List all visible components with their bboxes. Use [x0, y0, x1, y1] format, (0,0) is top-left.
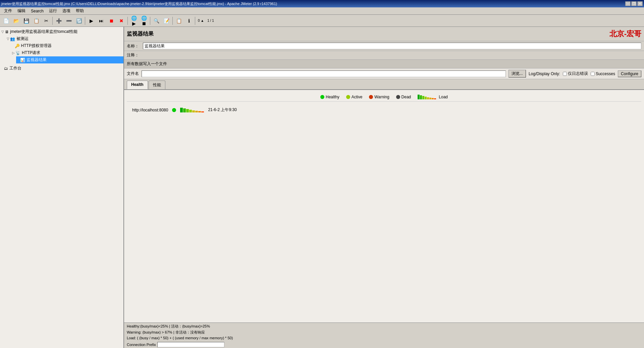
info-button[interactable]: ℹ — [184, 16, 194, 26]
server-url: http://localhost:8080 — [132, 108, 168, 112]
healthy-dot — [320, 95, 324, 99]
start-button[interactable]: ▶ — [87, 16, 96, 26]
save-button[interactable]: 💾 — [21, 16, 31, 26]
tree-item-thread-group[interactable]: ▽ 👥 被测运 — [5, 35, 123, 42]
healthy-label: Healthy — [326, 95, 339, 99]
menu-bar: 文件 编辑 Search 运行 选项 帮助 — [0, 7, 644, 15]
separator-3 — [127, 17, 128, 25]
warning-dot — [369, 95, 373, 99]
configure-button[interactable]: Configure — [618, 70, 641, 77]
tree-item-workbench[interactable]: 🗂 工作台 — [0, 65, 123, 72]
dead-dot — [396, 95, 400, 99]
legend-dead: Dead — [396, 95, 411, 99]
window-title: jmeter使用监视器结果监控tomcat性能.jmx (C:\Users\DE… — [1, 1, 277, 6]
minimize-button[interactable]: ─ — [625, 1, 631, 6]
brand-text: 北京-宏哥 — [609, 29, 641, 39]
log-display-row: Log/Display Only: 仅日志错误 Successes Config… — [529, 70, 641, 77]
menu-file[interactable]: 文件 — [1, 7, 15, 14]
connection-label: Connection Prefix — [127, 343, 156, 347]
tree-item-http-req[interactable]: ▷ 📡 HTTP请求 — [11, 49, 123, 56]
menu-run[interactable]: 运行 — [46, 7, 60, 14]
tree-label-req: HTTP请求 — [22, 50, 40, 56]
toolbar: 📄 📂 💾 📋 ✂ ➕ ➖ 🔃 ▶ ⏭ ⏹ ✖ 🌐▶ 🌐⏹ 🔍 📝 📋 ℹ 0 … — [0, 15, 644, 27]
tabs-bar: Health 性能 — [124, 79, 644, 90]
menu-help[interactable]: 帮助 — [73, 7, 87, 14]
menu-options[interactable]: 选项 — [60, 7, 73, 14]
close-button[interactable]: ✕ — [637, 1, 643, 6]
function-button[interactable]: 🔍 — [152, 16, 161, 26]
monitor-icon: 📊 — [20, 58, 25, 62]
clear-button[interactable]: 🔃 — [74, 16, 84, 26]
legend-bar: Healthy Active Warning Dead — [127, 93, 641, 102]
load-bar-5 — [427, 97, 429, 99]
status-bar: Healthy:(busy/max)<25% | 活动：(busy/max)>2… — [124, 322, 644, 348]
title-bar: jmeter使用监视器结果监控tomcat性能.jmx (C:\Users\DE… — [0, 0, 644, 7]
stop-button[interactable]: ⏹ — [107, 16, 116, 26]
srv-bar-4 — [189, 110, 192, 112]
log-display-label: Log/Display Only: — [529, 71, 560, 76]
tab-perf[interactable]: 性能 — [149, 81, 165, 89]
tree-label-root: jmeter使用监视器结果监控tomcat性能 — [10, 29, 77, 35]
tree-item-root[interactable]: ▽ 🖥 jmeter使用监视器结果监控tomcat性能 — [0, 28, 123, 35]
window-controls: ─ ❐ ✕ — [625, 1, 643, 6]
separator-4 — [150, 17, 150, 25]
successes-label[interactable]: Successes — [591, 71, 615, 76]
list-button[interactable]: 📋 — [174, 16, 183, 26]
error-badge: 0 ▲ — [198, 19, 204, 22]
remote-stop-button[interactable]: 🌐⏹ — [139, 16, 149, 26]
close-button2[interactable]: ✂ — [42, 16, 51, 26]
start-no-pause-button[interactable]: ⏭ — [97, 16, 106, 26]
tree-item-monitor[interactable]: 📊 监视器结果 — [16, 56, 123, 63]
expand-thread: ▽ — [7, 37, 9, 41]
load-bars-legend — [418, 95, 436, 99]
status-line-1: Healthy:(busy/max)<25% | 活动：(busy/max)>2… — [127, 324, 641, 330]
menu-search[interactable]: Search — [28, 8, 46, 14]
srv-bar-3 — [186, 109, 189, 112]
dead-label: Dead — [401, 95, 411, 99]
expand-monitor — [17, 58, 19, 62]
menu-edit[interactable]: 编辑 — [15, 7, 28, 14]
main-layout: ▽ 🖥 jmeter使用监视器结果监控tomcat性能 ▽ 👥 被测运 🔑 HT… — [0, 27, 644, 348]
expand-req: ▷ — [12, 51, 15, 55]
legend-active: Active — [346, 95, 363, 99]
srv-bar-7 — [198, 111, 201, 112]
page-indicator: 1 / 1 — [207, 19, 214, 22]
load-bar-1 — [418, 95, 420, 99]
log-errors-label[interactable]: 仅日志错误 — [563, 71, 588, 77]
remote-start-button[interactable]: 🌐▶ — [129, 16, 139, 26]
log-errors-checkbox[interactable] — [563, 72, 567, 76]
browse-button[interactable]: 浏览... — [508, 70, 526, 78]
connection-input[interactable] — [157, 342, 224, 347]
load-bar-7 — [432, 98, 434, 99]
remove-button[interactable]: ➖ — [64, 16, 73, 26]
tab-health[interactable]: Health — [127, 81, 148, 89]
load-bar-3 — [422, 96, 424, 99]
comment-row: 注释： — [124, 51, 644, 60]
expand-root: ▽ — [1, 30, 4, 34]
open-button[interactable]: 📂 — [11, 16, 21, 26]
restore-button[interactable]: ❐ — [631, 1, 637, 6]
new-button[interactable]: 📄 — [1, 16, 11, 26]
thread-icon: 👥 — [10, 37, 15, 41]
expand-wb — [1, 66, 3, 70]
successes-checkbox[interactable] — [591, 72, 595, 76]
stop-now-button[interactable]: ✖ — [117, 16, 126, 26]
tree-item-http-auth[interactable]: 🔑 HTTP授权管理器 — [11, 42, 123, 49]
tree-label-workbench: 工作台 — [9, 65, 21, 71]
file-section-header: 所有数据写入一个文件 — [124, 60, 644, 68]
template-button[interactable]: 📝 — [162, 16, 171, 26]
comment-label: 注释： — [127, 53, 139, 57]
separator-5 — [172, 17, 173, 25]
status-line-2: Warning: (busy/max) > 67% | 非活动：没有响应 — [127, 330, 641, 336]
file-input[interactable] — [142, 70, 506, 77]
panel-header: 监视器结果 北京-宏哥 — [124, 27, 644, 41]
expand-auth — [12, 44, 14, 48]
legend-healthy: Healthy — [320, 95, 339, 99]
srv-bar-5 — [192, 110, 195, 112]
save-as-button[interactable]: 📋 — [32, 16, 41, 26]
name-input[interactable] — [143, 43, 641, 49]
left-panel: ▽ 🖥 jmeter使用监视器结果监控tomcat性能 ▽ 👥 被测运 🔑 HT… — [0, 27, 124, 348]
add-button[interactable]: ➕ — [54, 16, 63, 26]
separator-2 — [85, 17, 85, 25]
req-icon: 📡 — [15, 51, 20, 55]
